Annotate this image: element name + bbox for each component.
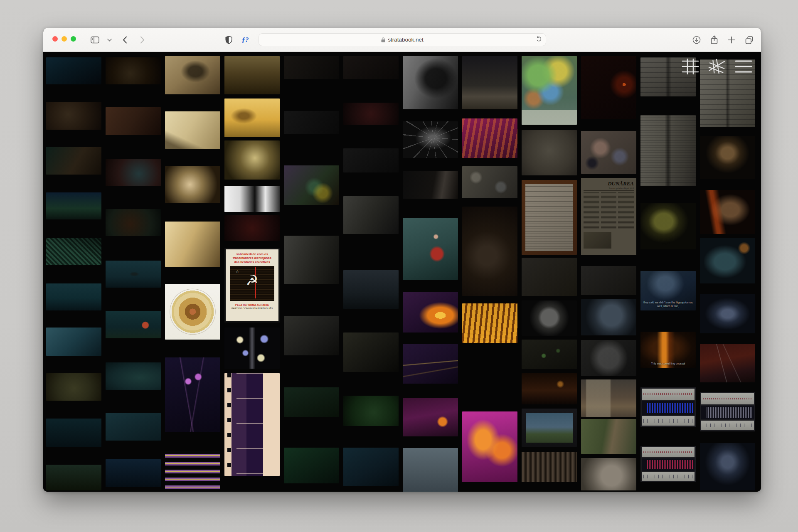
thumb-newspaper-dunarea[interactable]: DUNĂREAîn care privim chipul țării — [581, 178, 636, 255]
thumb-fish-dark-red[interactable] — [106, 159, 161, 186]
chevron-down-icon[interactable] — [104, 35, 114, 45]
thumb-coral-reef-dark[interactable] — [46, 192, 101, 219]
thumb-dark-etch-1[interactable] — [343, 56, 399, 79]
forward-button[interactable] — [137, 35, 147, 45]
thumb-silhouette-yellow[interactable] — [640, 203, 696, 249]
thumb-film-strip-rows[interactable] — [165, 451, 220, 490]
thumb-white-dog-closeup[interactable] — [581, 458, 636, 490]
thumb-bare-branches[interactable] — [403, 121, 458, 158]
thumb-gray-sky-birds[interactable] — [403, 448, 458, 492]
zoom-window-button[interactable] — [71, 36, 76, 42]
privacy-shield-icon[interactable] — [224, 35, 234, 45]
downloads-button[interactable] — [692, 35, 702, 45]
thumb-green-coral-dark[interactable] — [284, 448, 339, 483]
thumb-audio-analysis-red[interactable] — [640, 446, 696, 482]
tangle-view-icon[interactable] — [708, 58, 726, 75]
thumb-green-sprigs[interactable] — [522, 340, 577, 369]
thumb-bw-rubble[interactable] — [343, 196, 399, 234]
thumb-thermal-landscape[interactable] — [403, 398, 458, 436]
share-button[interactable] — [709, 35, 719, 45]
thumb-pressed-flower[interactable] — [165, 357, 220, 432]
thumb-dark-landscape[interactable] — [343, 148, 399, 172]
thumb-diver-standing[interactable] — [106, 261, 161, 288]
thumb-wreck-debris[interactable] — [106, 57, 161, 84]
thumb-sepia-kiln-wall[interactable] — [224, 56, 280, 94]
thumb-underwater-statues[interactable] — [106, 362, 161, 390]
thumb-red-road-landscape[interactable] — [700, 344, 755, 382]
thumb-speaker-closeup[interactable] — [462, 207, 517, 296]
thumb-film-strip-purple[interactable] — [224, 373, 280, 476]
thumb-brown-smoke[interactable] — [700, 136, 755, 179]
thumb-bw-glitch[interactable] — [224, 186, 280, 212]
back-button[interactable] — [120, 35, 130, 45]
thumb-agrarian-reform-poster[interactable]: solidariedade com ostrabalhadores alente… — [224, 248, 280, 323]
thumb-geological-map[interactable] — [522, 56, 577, 125]
thumb-red-etching[interactable] — [224, 215, 280, 241]
thumb-thatch-house[interactable] — [343, 270, 399, 309]
thumb-dark-sketch-2[interactable] — [284, 111, 339, 134]
thumb-dark-foliage[interactable] — [284, 387, 339, 417]
thumb-burning-ember[interactable]: This was something unusual — [640, 332, 696, 368]
thumb-gravel-texture-2[interactable] — [581, 266, 636, 295]
tab-overview-button[interactable] — [744, 35, 754, 45]
thumb-audio-analysis-blue[interactable] — [640, 387, 696, 427]
thumb-dark-doorway[interactable] — [403, 171, 458, 199]
thumb-crystal-closeup[interactable] — [581, 299, 636, 335]
thumb-bw-rocky-trail[interactable] — [284, 316, 339, 355]
grid-view-icon[interactable] — [682, 58, 699, 75]
thumb-thermal-grid-building[interactable] — [462, 303, 517, 343]
thumb-thermal-figure[interactable] — [403, 292, 458, 332]
thumb-deep-sea-whale[interactable] — [46, 57, 101, 84]
thumb-audio-analysis-gray[interactable] — [700, 392, 755, 431]
thumb-delta-map-on-wood[interactable] — [522, 180, 577, 255]
thumb-smoke-subtitle[interactable]: they said we didn't see the hippopotamus… — [640, 271, 696, 310]
thumb-blue-smoke-plume[interactable] — [700, 294, 755, 333]
thumb-postcard-collage[interactable] — [462, 166, 517, 198]
minimize-window-button[interactable] — [62, 36, 67, 42]
thumb-specimen-disk[interactable] — [165, 284, 220, 340]
thumb-thermal-facade-magenta[interactable] — [462, 118, 517, 158]
thumb-dark-sketch-1[interactable] — [284, 56, 339, 79]
thumb-cloudy-teal[interactable] — [106, 413, 161, 441]
thumb-botanical-etching[interactable] — [224, 328, 280, 369]
thumb-sepia-leaves[interactable] — [224, 140, 280, 180]
thumb-dark-red-painting[interactable] — [343, 103, 399, 125]
thumb-statue-shadow[interactable] — [403, 56, 458, 109]
thumb-stone-hut[interactable] — [581, 379, 636, 417]
thumb-fishing-net[interactable] — [46, 238, 101, 265]
thumb-deep-blue[interactable] — [106, 459, 161, 487]
thumb-tree-bark[interactable] — [522, 452, 577, 482]
thumb-sketch-map[interactable] — [522, 130, 577, 175]
thumb-window-sky-field[interactable] — [522, 409, 577, 447]
thumb-sediment-cloud[interactable] — [46, 102, 101, 130]
thumb-underwater-iceberg[interactable] — [46, 328, 101, 356]
thumb-red-ember-glow[interactable] — [581, 56, 636, 119]
thumb-blue-green-figures[interactable] — [343, 448, 399, 486]
thumb-city-panorama[interactable] — [462, 56, 517, 109]
thumb-divers-sheets[interactable] — [46, 283, 101, 310]
thumb-map-detail-color[interactable] — [581, 131, 636, 174]
thumb-hands-seedling[interactable] — [165, 166, 220, 203]
thumb-night-construction[interactable] — [522, 373, 577, 404]
thumb-blue-smoke-plume-2[interactable] — [700, 443, 755, 490]
reload-icon[interactable] — [536, 36, 542, 44]
thumb-thermal-legs[interactable] — [462, 411, 517, 482]
thumb-sepia-person-rocks[interactable] — [165, 56, 220, 94]
thumb-quartz-crystals[interactable] — [522, 300, 577, 336]
thumb-rov-arm-rocks[interactable] — [46, 147, 101, 175]
thumb-teal-smoke-orange[interactable] — [700, 238, 755, 283]
menu-icon[interactable] — [735, 58, 752, 75]
thumb-yellow-murk[interactable] — [46, 373, 101, 401]
thumb-paint-abstract[interactable] — [284, 165, 339, 205]
thumb-sea-floor[interactable] — [46, 465, 101, 490]
thumb-bw-straw-figure[interactable] — [284, 236, 339, 284]
sidebar-toggle-icon[interactable] — [90, 35, 100, 45]
thumb-woman-in-red[interactable] — [403, 218, 458, 280]
thumb-sepia-rocks-closeup[interactable] — [165, 222, 220, 267]
extension-button[interactable]: ƒ? — [240, 35, 250, 45]
thumb-etching-text[interactable] — [343, 332, 399, 372]
thumb-street-figure[interactable] — [462, 352, 517, 403]
thumb-orange-coral[interactable] — [106, 209, 161, 236]
thumb-gravel-texture[interactable] — [522, 258, 577, 296]
new-tab-button[interactable] — [727, 35, 736, 45]
